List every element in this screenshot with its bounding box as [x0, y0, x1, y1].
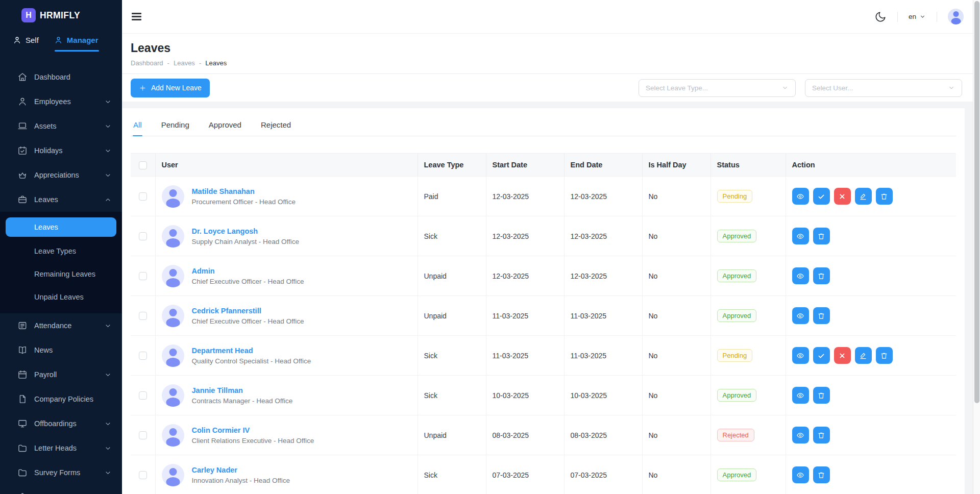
sidebar-submenu-leaves: LeavesLeave TypesRemaining LeavesUnpaid …	[0, 212, 122, 313]
view-button[interactable]	[792, 466, 809, 483]
user-name-link[interactable]: Carley Nader	[192, 466, 290, 474]
view-button[interactable]	[792, 387, 809, 404]
row-checkbox[interactable]	[139, 471, 147, 479]
select-all-checkbox[interactable]	[139, 161, 147, 169]
reject-button[interactable]	[834, 188, 851, 205]
row-checkbox[interactable]	[139, 232, 147, 240]
view-button[interactable]	[792, 267, 809, 284]
is-half-day-cell: No	[642, 296, 710, 336]
tab-rejected[interactable]: Rejected	[260, 116, 291, 136]
status-tabs: AllPendingApprovedRejected	[131, 113, 956, 136]
sidebar-subitem-leave-types[interactable]: Leave Types	[0, 239, 122, 262]
book-icon	[17, 345, 28, 355]
reject-button[interactable]	[834, 347, 851, 364]
delete-button[interactable]	[813, 267, 830, 284]
sidebar-item-survey-forms[interactable]: Survey Forms	[0, 460, 122, 485]
row-checkbox[interactable]	[139, 312, 147, 320]
user-avatar	[162, 305, 184, 327]
delete-button[interactable]	[813, 427, 830, 443]
delete-button[interactable]	[876, 188, 893, 205]
sidebar-item-assets[interactable]: Assets	[0, 114, 122, 138]
approve-button[interactable]	[813, 188, 830, 205]
select-leave-type-dropdown[interactable]: Select Leave Type...	[639, 79, 796, 97]
user-name-link[interactable]: Cedrick Pfannerstill	[192, 307, 304, 315]
view-button[interactable]	[792, 347, 809, 364]
delete-button[interactable]	[813, 466, 830, 483]
user-name-link[interactable]: Colin Cormier IV	[192, 426, 314, 434]
delete-button[interactable]	[813, 387, 830, 404]
row-checkbox[interactable]	[139, 391, 147, 400]
dark-mode-moon-icon[interactable]	[874, 11, 887, 23]
breadcrumb-dashboard[interactable]: Dashboard	[131, 59, 163, 67]
edit-button[interactable]	[855, 188, 872, 205]
sidebar-item-label: Company Policies	[34, 395, 112, 403]
view-button[interactable]	[792, 228, 809, 244]
sidebar-item-appreciations[interactable]: Appreciations	[0, 163, 122, 187]
table-header-row: UserLeave TypeStart DateEnd DateIs Half …	[131, 154, 956, 177]
sidebar-subitem-unpaid-leaves[interactable]: Unpaid Leaves	[0, 285, 122, 308]
sidebar-subitem-leaves[interactable]: Leaves	[6, 217, 116, 237]
row-checkbox[interactable]	[139, 272, 147, 280]
status-badge: Approved	[717, 269, 757, 282]
sidebar-item-finance[interactable]: Finance	[0, 485, 122, 494]
view-button[interactable]	[792, 188, 809, 205]
end-date-cell: 07-03-2025	[564, 455, 642, 494]
leave-type-cell: Sick	[418, 376, 486, 415]
sidebar-item-label: Dashboard	[34, 73, 112, 81]
sidebar-item-label: Assets	[34, 122, 104, 130]
user-name-link[interactable]: Admin	[192, 267, 304, 275]
user-name-link[interactable]: Dr. Loyce Langosh	[192, 227, 300, 235]
sidebar-subitem-remaining-leaves[interactable]: Remaining Leaves	[0, 262, 122, 285]
chevron-down-icon	[919, 13, 926, 20]
is-half-day-cell: No	[642, 336, 710, 376]
user-name-link[interactable]: Jannie Tillman	[192, 386, 293, 394]
sidebar-item-letter-heads[interactable]: Letter Heads	[0, 436, 122, 460]
user-name-link[interactable]: Department Head	[192, 347, 311, 355]
sidebar-item-employees[interactable]: Employees	[0, 89, 122, 114]
scrollbar-thumb[interactable]	[974, 1, 979, 403]
bank-icon	[17, 492, 28, 494]
row-checkbox[interactable]	[139, 192, 147, 201]
select-user-placeholder: Select User...	[812, 84, 853, 92]
approve-button[interactable]	[813, 347, 830, 364]
row-checkbox[interactable]	[139, 352, 147, 360]
language-selector[interactable]: en	[909, 13, 926, 20]
edit-button[interactable]	[855, 347, 872, 364]
tab-approved[interactable]: Approved	[208, 116, 242, 136]
row-checkbox[interactable]	[139, 431, 147, 439]
tab-all[interactable]: All	[133, 116, 142, 136]
select-user-dropdown[interactable]: Select User...	[805, 79, 962, 97]
end-date-cell: 12-03-2025	[564, 216, 642, 256]
sidebar-item-holidays[interactable]: Holidays	[0, 138, 122, 163]
user-role: Chief Executive Officer - Head Office	[192, 278, 304, 285]
hamburger-menu-icon[interactable]	[132, 11, 141, 22]
sidebar-item-label: Payroll	[34, 370, 104, 379]
vertical-scrollbar[interactable]	[973, 0, 980, 494]
view-button[interactable]	[792, 307, 809, 324]
sidebar-item-payroll[interactable]: Payroll	[0, 362, 122, 387]
leave-type-cell: Unpaid	[418, 256, 486, 296]
user-name-link[interactable]: Matilde Shanahan	[192, 187, 296, 195]
delete-button[interactable]	[813, 228, 830, 244]
view-button[interactable]	[792, 427, 809, 443]
sidebar-item-news[interactable]: News	[0, 338, 122, 362]
sidebar-item-leaves[interactable]: Leaves	[0, 187, 122, 212]
sidebar-item-dashboard[interactable]: Dashboard	[0, 65, 122, 89]
sidebar-item-attendance[interactable]: Attendance	[0, 313, 122, 338]
laptop-icon	[17, 121, 28, 131]
start-date-cell: 08-03-2025	[486, 415, 564, 455]
delete-button[interactable]	[876, 347, 893, 364]
row-actions	[792, 387, 950, 404]
tab-pending[interactable]: Pending	[161, 116, 190, 136]
delete-button[interactable]	[813, 307, 830, 324]
user-avatar[interactable]	[948, 9, 964, 24]
add-new-leave-button[interactable]: Add New Leave	[131, 79, 210, 97]
tab-manager[interactable]: Manager	[54, 36, 99, 44]
sidebar-item-company-policies[interactable]: Company Policies	[0, 387, 122, 411]
breadcrumb-leaves[interactable]: Leaves	[174, 59, 195, 67]
sidebar-item-offboardings[interactable]: Offboardings	[0, 411, 122, 436]
status-badge: Pending	[717, 190, 753, 203]
breadcrumb: Dashboard - Leaves - Leaves	[131, 59, 964, 67]
end-date-cell: 08-03-2025	[564, 415, 642, 455]
tab-self[interactable]: Self	[13, 36, 39, 44]
